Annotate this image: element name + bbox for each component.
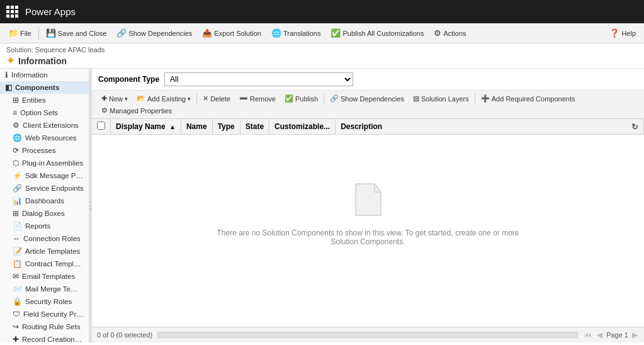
show-dependencies-button[interactable]: 🔗 Show Dependencies [325,93,409,105]
sidebar-label-option-sets: Option Sets [20,109,58,116]
managed-icon: ⚙ [101,106,108,115]
publish-icon: ✅ [285,94,293,103]
sidebar-icon-information: ℹ [5,71,8,79]
sidebar-item-routing-rules[interactable]: ↪Routing Rule Sets [0,320,89,333]
actions-icon: ⚙ [434,28,441,38]
publish-button[interactable]: ✅ Publish [280,93,322,105]
select-all-checkbox[interactable] [97,122,105,130]
sidebar-label-mail-merge: Mail Merge Templates [25,285,84,293]
sidebar-item-contract-templates[interactable]: 📋Contract Templates [0,257,89,270]
sidebar-icon-plug-in-assemblies: ⬡ [13,159,19,167]
sidebar-item-web-resources[interactable]: 🌐Web Resources [0,132,89,144]
th-description[interactable]: Description ↻ [336,119,644,135]
add-required-button[interactable]: ➕ Add Required Components [477,93,580,105]
horizontal-scrollbar[interactable] [157,332,578,338]
help-button[interactable]: ❓ Help [605,26,640,40]
sidebar-item-email-templates[interactable]: ✉Email Templates [0,270,89,283]
th-name[interactable]: Name [181,119,212,135]
publish-all-button[interactable]: ✅ Publish All Customizations [326,26,428,40]
sidebar-item-information[interactable]: ℹInformation [0,69,89,81]
next-page-button[interactable]: ▶ [631,331,639,339]
sidebar-item-reports[interactable]: 📄Reports [0,220,89,232]
breadcrumb: Solution: Sequence APAC leads [6,46,638,54]
sidebar-item-dialog-boxes[interactable]: ⊞Dialog Boxes [0,207,89,220]
main-toolbar: 📁 File 💾 Save and Close 🔗 Show Dependenc… [0,23,644,43]
add-existing-icon: 📂 [137,94,145,103]
file-button[interactable]: 📁 File [4,26,36,40]
empty-state: There are no Solution Components to show… [92,135,644,292]
action-sep-3 [475,93,475,105]
translations-button[interactable]: 🌐 Translations [267,26,325,40]
action-sep-2 [324,93,324,105]
sidebar-icon-reports: 📄 [13,222,22,230]
sidebar-item-sdk-message[interactable]: ⚡Sdk Message Processi... [0,169,89,182]
sidebar-label-web-resources: Web Resources [25,134,77,142]
sidebar-icon-connection-roles: ↔ [13,234,20,243]
sidebar-item-field-security[interactable]: 🛡Field Security Profiles [0,308,89,320]
record-count: 0 of 0 (0 selected) [97,331,152,339]
component-type-select[interactable]: AllEntitiesOption SetsClient ExtensionsW… [164,72,353,86]
delete-icon: ✕ [203,94,208,103]
file-icon: 📁 [8,28,18,38]
save-icon: 💾 [46,28,56,38]
sort-arrow-display-name: ▲ [169,123,176,130]
sidebar-icon-components: ◧ [5,83,12,92]
solution-title-row: ✦ Information [6,55,638,67]
dependencies-icon: 🔗 [116,28,127,38]
table-header-row: Display Name ▲ Name Type State [92,119,644,135]
table-area: Display Name ▲ Name Type State [92,119,644,327]
waffle-icon[interactable] [6,6,19,18]
sidebar-icon-entities: ⊞ [13,96,19,105]
sidebar-item-entities[interactable]: ⊞Entities [0,94,89,106]
sidebar-item-processes[interactable]: ⟳Processes [0,144,89,157]
sidebar-item-mail-merge[interactable]: 📨Mail Merge Templates [0,283,89,295]
sidebar-item-service-endpoints[interactable]: 🔗Service Endpoints [0,182,89,195]
component-type-bar: Component Type AllEntitiesOption SetsCli… [92,69,644,91]
remove-icon: ➖ [239,94,248,103]
toolbar-sep-1 [38,27,39,40]
sidebar-item-security-roles[interactable]: 🔒Security Roles [0,295,89,308]
th-type[interactable]: Type [212,119,240,135]
remove-button[interactable]: ➖ Remove [235,93,280,105]
refresh-button[interactable]: ↻ [631,122,638,132]
sidebar-label-field-security: Field Security Profiles [23,310,84,318]
sidebar-item-connection-roles[interactable]: ↔Connection Roles [0,232,89,245]
sidebar-label-information: Information [11,71,48,79]
export-icon: 📤 [202,28,212,38]
col-display-name-label: Display Name [116,122,166,131]
solution-title: Information [18,56,67,66]
add-existing-button[interactable]: 📂 Add Existing [132,93,195,105]
actions-button[interactable]: ⚙ Actions [429,26,470,40]
export-solution-button[interactable]: 📤 Export Solution [198,26,266,40]
sidebar-icon-client-extensions: ⚙ [13,121,20,130]
sidebar-label-contract-templates: Contract Templates [25,260,84,268]
new-button[interactable]: ✚ New [97,93,132,105]
main-area: ℹInformation◧Components⊞Entities≡Option … [0,69,644,342]
sidebar-item-plug-in-assemblies[interactable]: ⬡Plug-in Assemblies [0,157,89,169]
prev-page-button[interactable]: ◀ [596,331,604,339]
show-dependencies-toolbar-button[interactable]: 🔗 Show Dependencies [112,26,196,40]
delete-button[interactable]: ✕ Delete [198,93,235,105]
sidebar-item-article-templates[interactable]: 📝Article Templates [0,245,89,257]
sidebar-item-client-extensions[interactable]: ⚙Client Extensions [0,119,89,132]
save-close-button[interactable]: 💾 Save and Close [42,26,111,40]
sidebar-label-dashboards: Dashboards [25,197,64,205]
sidebar-icon-record-creation: ✚ [13,335,19,342]
sidebar-label-service-endpoints: Service Endpoints [25,184,84,192]
sidebar-item-option-sets[interactable]: ≡Option Sets [0,106,89,119]
sidebar-label-sdk-message: Sdk Message Processi... [25,172,84,179]
th-state[interactable]: State [240,119,269,135]
solution-layers-button[interactable]: ▤ Solution Layers [409,93,473,105]
first-page-button[interactable]: ⏮ [583,331,593,339]
sidebar-label-plug-in-assemblies: Plug-in Assemblies [22,159,83,167]
sidebar-item-components[interactable]: ◧Components [0,81,89,94]
publish-icon: ✅ [330,28,341,38]
th-display-name[interactable]: Display Name ▲ [111,119,181,135]
th-customizable[interactable]: Customizable... [269,119,336,135]
top-bar: Power Apps [0,0,644,23]
sidebar-item-dashboards[interactable]: 📊Dashboards [0,195,89,207]
managed-properties-button[interactable]: ⚙ Managed Properties [97,105,176,116]
sidebar-item-record-creation[interactable]: ✚Record Creation and U... [0,333,89,342]
sidebar-label-record-creation: Record Creation and U... [22,336,84,342]
sidebar-icon-security-roles: 🔒 [13,297,22,306]
